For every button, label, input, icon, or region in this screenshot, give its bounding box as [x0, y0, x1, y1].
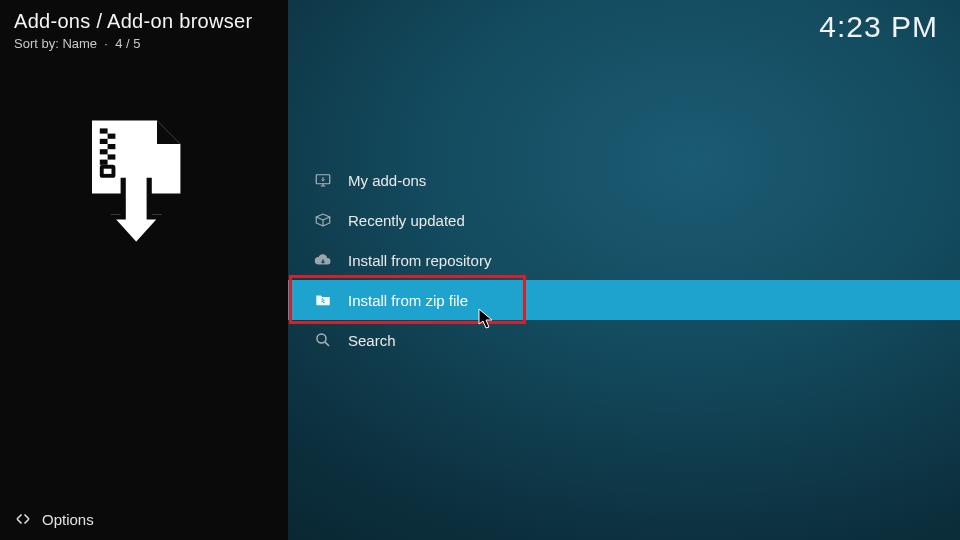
sort-prefix: Sort by:: [14, 36, 62, 51]
options-button[interactable]: Options: [14, 510, 94, 528]
sidebar: Add-ons / Add-on browser Sort by: Name ·…: [0, 0, 288, 540]
breadcrumb: Add-ons / Add-on browser: [14, 10, 252, 33]
svg-rect-8: [104, 169, 112, 174]
cloud-down-icon: [312, 251, 334, 269]
clock: 4:23 PM: [819, 10, 938, 44]
svg-rect-5: [108, 154, 116, 159]
monitor-icon: [312, 171, 334, 189]
svg-rect-3: [108, 144, 116, 149]
menu-item-install-repo[interactable]: Install from repository: [288, 240, 960, 280]
svg-rect-11: [322, 299, 324, 300]
search-icon: [312, 331, 334, 349]
svg-point-15: [317, 334, 326, 343]
menu-item-my-addons[interactable]: My add-ons: [288, 160, 960, 200]
options-icon: [14, 510, 32, 528]
menu-item-label: My add-ons: [348, 172, 426, 189]
list-position: 4 / 5: [115, 36, 140, 51]
options-label: Options: [42, 511, 94, 528]
svg-rect-6: [100, 160, 108, 165]
svg-rect-4: [100, 149, 108, 154]
box-icon: [312, 211, 334, 229]
svg-rect-9: [123, 178, 149, 217]
zip-folder-icon: [312, 291, 334, 309]
menu-item-label: Search: [348, 332, 396, 349]
svg-rect-14: [323, 302, 325, 303]
svg-rect-1: [108, 134, 116, 139]
category-icon: [66, 118, 196, 248]
svg-rect-12: [323, 300, 325, 301]
svg-rect-13: [322, 301, 324, 302]
menu-item-recently-updated[interactable]: Recently updated: [288, 200, 960, 240]
main-panel: 4:23 PM My add-ons Recently updated: [288, 0, 960, 540]
menu-item-label: Install from repository: [348, 252, 491, 269]
svg-rect-0: [100, 128, 108, 133]
sort-value: Name: [62, 36, 97, 51]
menu-item-search[interactable]: Search: [288, 320, 960, 360]
menu-item-install-zip[interactable]: Install from zip file: [288, 280, 960, 320]
addon-menu: My add-ons Recently updated Install from…: [288, 160, 960, 360]
menu-item-label: Recently updated: [348, 212, 465, 229]
sort-info: Sort by: Name · 4 / 5: [14, 36, 140, 51]
svg-rect-2: [100, 139, 108, 144]
menu-item-label: Install from zip file: [348, 292, 468, 309]
